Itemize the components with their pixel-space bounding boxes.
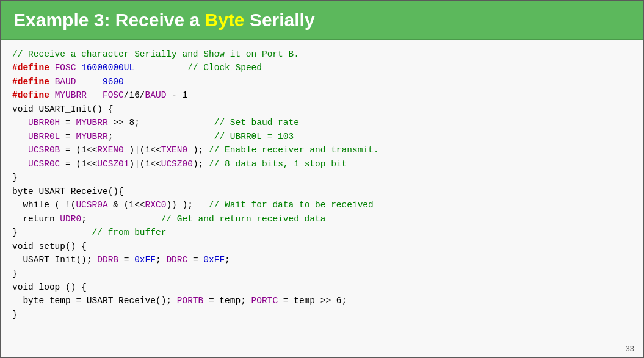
code-line: } bbox=[12, 308, 632, 321]
code-line: #define FOSC 16000000UL // Clock Speed bbox=[12, 61, 632, 74]
code-line: // Receive a character Serially and Show… bbox=[12, 48, 632, 61]
code-line: USART_Init(); DDRB = 0xFF; DDRC = 0xFF; bbox=[12, 253, 632, 267]
title-suffix: Serially bbox=[245, 10, 315, 30]
code-line: byte USART_Receive(){ bbox=[12, 185, 632, 198]
code-line: #define MYUBRR FOSC/16/BAUD - 1 bbox=[12, 88, 632, 102]
code-block: // Receive a character Serially and Show… bbox=[12, 48, 632, 321]
slide-title: Example 3: Receive a Byte Serially bbox=[13, 10, 631, 30]
title-highlight: Byte bbox=[205, 10, 245, 30]
code-line: UBRR0H = MYUBRR >> 8; // Set baud rate bbox=[12, 116, 632, 129]
code-line: #define BAUD 9600 bbox=[12, 75, 632, 88]
code-line: UCSR0B = (1<<RXEN0 )|(1<<TXEN0 ); // Ena… bbox=[12, 143, 632, 157]
code-line: byte temp = USART_Receive(); PORTB = tem… bbox=[12, 294, 632, 307]
code-line: void loop () { bbox=[12, 281, 632, 294]
slide-body: // Receive a character Serially and Show… bbox=[1, 40, 643, 357]
slide-container: Example 3: Receive a Byte Serially // Re… bbox=[0, 0, 644, 358]
code-line: void setup() { bbox=[12, 240, 632, 253]
code-line: return UDR0; // Get and return received … bbox=[12, 212, 632, 226]
code-line: UCSR0C = (1<<UCSZ01)|(1<<UCSZ00); // 8 d… bbox=[12, 157, 632, 171]
code-line: } bbox=[12, 267, 632, 281]
code-line: while ( !(UCSR0A & (1<<RXC0)) ); // Wait… bbox=[12, 198, 632, 212]
title-prefix: Example 3: Receive a bbox=[13, 10, 205, 30]
slide-header: Example 3: Receive a Byte Serially bbox=[1, 1, 643, 40]
code-line: void USART_Init() { bbox=[12, 102, 632, 116]
code-line: } // from buffer bbox=[12, 226, 632, 239]
code-line: } bbox=[12, 171, 632, 184]
page-number: 33 bbox=[626, 344, 634, 353]
code-line: UBRR0L = MYUBRR; // UBRR0L = 103 bbox=[12, 130, 632, 143]
